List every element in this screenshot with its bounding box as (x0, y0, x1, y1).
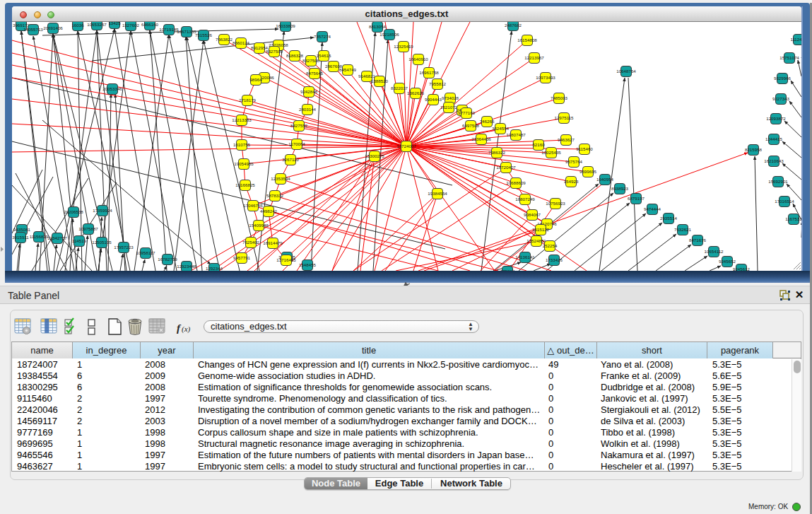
svg-text:8327508: 8327508 (302, 58, 320, 63)
svg-text:7632621: 7632621 (674, 227, 692, 232)
svg-text:10025435: 10025435 (541, 150, 561, 155)
svg-text:9146821: 9146821 (358, 74, 376, 78)
svg-text:16914479: 16914479 (263, 240, 283, 245)
svg-text:1170064: 1170064 (288, 141, 305, 146)
svg-text:8454749: 8454749 (339, 67, 357, 72)
svg-text:16210643: 16210643 (764, 158, 784, 163)
svg-text:12325419: 12325419 (394, 44, 413, 49)
svg-text:15300275: 15300275 (365, 153, 384, 158)
svg-text:16154808: 16154808 (517, 37, 537, 42)
svg-text:9084067: 9084067 (524, 212, 541, 217)
svg-text:9474444: 9474444 (644, 206, 661, 211)
svg-text:12342737: 12342737 (47, 235, 67, 240)
svg-text:10648764: 10648764 (616, 69, 636, 74)
svg-text:7955812: 7955812 (429, 81, 447, 86)
svg-text:17046765: 17046765 (243, 203, 263, 208)
svg-text:19166825: 19166825 (235, 182, 255, 187)
svg-text:2935514: 2935514 (660, 216, 678, 221)
svg-text:8475645: 8475645 (306, 71, 324, 76)
svg-text:10654112: 10654112 (704, 249, 724, 254)
svg-text:98964: 98964 (249, 77, 262, 82)
svg-text:7357274: 7357274 (314, 34, 331, 39)
svg-text:10958117: 10958117 (136, 250, 155, 255)
svg-text:1615132: 1615132 (532, 227, 550, 232)
svg-text:8471676: 8471676 (689, 238, 707, 243)
svg-text:8322037: 8322037 (391, 86, 408, 90)
svg-text:15692901: 15692901 (768, 179, 788, 184)
svg-text:746266: 746266 (480, 119, 495, 124)
svg-text:8215958: 8215958 (745, 147, 763, 152)
svg-text:16036: 16036 (71, 23, 84, 28)
svg-text:9457791: 9457791 (233, 255, 251, 260)
svg-text:12213967: 12213967 (524, 55, 544, 60)
svg-text:10756923: 10756923 (546, 201, 565, 206)
svg-text:2803144: 2803144 (299, 107, 317, 112)
svg-text:18724007: 18724007 (396, 144, 416, 148)
svg-text:13524851: 13524851 (526, 238, 546, 243)
svg-text:11156829: 11156829 (30, 234, 49, 239)
svg-text:13425: 13425 (108, 22, 121, 25)
svg-text:9245612: 9245612 (733, 267, 751, 271)
svg-text:9463627: 9463627 (558, 137, 575, 142)
svg-text:9777169: 9777169 (458, 110, 476, 115)
svg-text:6466160: 6466160 (141, 22, 159, 27)
svg-text:12093872: 12093872 (766, 116, 786, 121)
svg-text:1244415: 1244415 (765, 136, 783, 141)
svg-text:6879197: 6879197 (628, 196, 645, 201)
svg-text:1548455: 1548455 (299, 262, 317, 267)
svg-text:20053346: 20053346 (102, 86, 122, 91)
svg-text:1733426: 1733426 (546, 257, 563, 262)
svg-text:9242848: 9242848 (300, 89, 318, 94)
svg-text:14055713: 14055713 (23, 27, 43, 32)
svg-text:7986322: 7986322 (488, 150, 506, 155)
svg-text:9734028: 9734028 (442, 95, 459, 100)
svg-text:8813054: 8813054 (369, 24, 387, 29)
svg-text:9699695: 9699695 (579, 169, 597, 174)
svg-text:9904443: 9904443 (425, 97, 442, 102)
svg-text:12975115: 12975115 (554, 115, 574, 120)
svg-text:1112453: 1112453 (790, 37, 801, 42)
svg-text:12353594: 12353594 (271, 176, 290, 181)
svg-text:16961758: 16961758 (419, 70, 439, 75)
svg-text:18720407: 18720407 (496, 165, 516, 170)
svg-text:10975887: 10975887 (78, 226, 98, 231)
svg-text:1640954: 1640954 (596, 177, 614, 182)
svg-text:154923: 154923 (564, 179, 579, 184)
svg-text:1388520: 1388520 (371, 78, 389, 83)
svg-text:7625402: 7625402 (242, 240, 260, 245)
svg-text:9227343: 9227343 (772, 96, 790, 101)
svg-text:12505195: 12505195 (92, 240, 112, 245)
svg-text:9575764: 9575764 (565, 159, 583, 164)
svg-text:252254: 252254 (543, 243, 558, 248)
svg-text:3624554: 3624554 (492, 126, 510, 131)
svg-text:8427552: 8427552 (290, 123, 308, 128)
svg-text:5878332: 5878332 (266, 193, 284, 198)
svg-text:8186328: 8186328 (286, 53, 304, 58)
svg-text:15409948: 15409948 (249, 223, 269, 228)
svg-text:3267110: 3267110 (282, 157, 299, 162)
svg-text:8660124: 8660124 (233, 40, 250, 45)
svg-text:17957223: 17957223 (114, 245, 134, 250)
svg-text:12213383: 12213383 (232, 117, 252, 122)
svg-text:9115460: 9115460 (576, 146, 593, 151)
svg-text:19384554: 19384554 (428, 191, 447, 196)
svg-text:1527602: 1527602 (122, 23, 140, 28)
svg-text:175264: 175264 (500, 269, 515, 271)
svg-text:1292344: 1292344 (206, 266, 223, 271)
svg-text:10653267: 10653267 (87, 22, 107, 27)
svg-text:17359924: 17359924 (93, 208, 112, 213)
svg-text:8938923: 8938923 (611, 186, 629, 191)
svg-text:20691406: 20691406 (43, 25, 63, 30)
svg-text:154616: 154616 (317, 53, 331, 58)
svg-text:16033809: 16033809 (276, 23, 295, 28)
svg-text:f: f (177, 322, 182, 334)
svg-text:9329966: 9329966 (774, 76, 792, 81)
svg-text:16640910: 16640910 (408, 57, 428, 62)
svg-text:12923448: 12923448 (177, 264, 196, 269)
svg-text:20206538: 20206538 (64, 209, 83, 214)
svg-text:14136141: 14136141 (515, 255, 535, 259)
svg-text:13716485: 13716485 (276, 257, 296, 262)
svg-text:62160: 62160 (532, 142, 545, 147)
svg-text:1610755: 1610755 (233, 142, 251, 147)
svg-text:15751074: 15751074 (779, 55, 799, 60)
